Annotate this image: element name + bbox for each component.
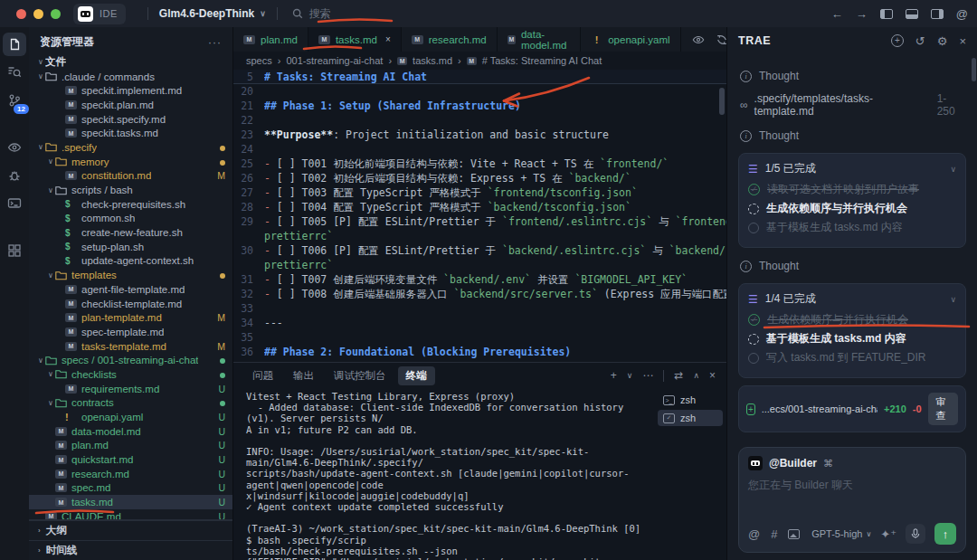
panel-tab-终端[interactable]: 终端 xyxy=(398,366,435,385)
mic-icon[interactable] xyxy=(906,524,925,544)
tree-item-update-agent-context.sh[interactable]: $update-agent-context.sh xyxy=(29,254,232,269)
tree-item-specs-001-streaming-ai-chat[interactable]: ∨specs / 001-streaming-ai-chat xyxy=(29,353,232,367)
enhance-prompt-icon[interactable]: ✦⁺ xyxy=(880,527,896,541)
tree-item-claude.md[interactable]: MCLAUDE.mdU xyxy=(29,509,232,519)
breadcrumb-item[interactable]: tasks.md xyxy=(413,55,452,66)
tree-item-check-prerequisites.sh[interactable]: $check-prerequisites.sh xyxy=(29,197,232,212)
tab-tasks-md[interactable]: Mtasks.md× xyxy=(308,27,402,52)
new-chat-icon[interactable]: + xyxy=(891,34,904,47)
tree-item-memory[interactable]: ∨memory xyxy=(29,155,232,169)
toggle-left-sidebar-icon[interactable] xyxy=(880,9,893,19)
model-selector[interactable]: GPT-5-high ∨ xyxy=(811,528,871,539)
close-panel-icon[interactable]: × xyxy=(709,369,716,382)
close-trae-icon[interactable]: × xyxy=(959,34,966,48)
tree-item-checklists[interactable]: ∨checklists xyxy=(29,367,232,382)
tree-item-requirements.md[interactable]: Mrequirements.mdU xyxy=(29,382,232,396)
panel-tab-输出[interactable]: 输出 xyxy=(285,366,322,385)
settings-gear-icon[interactable]: ⚙ xyxy=(937,34,948,48)
activity-console-icon[interactable] xyxy=(3,192,26,215)
activity-explorer-icon[interactable] xyxy=(3,33,26,56)
window-controls[interactable] xyxy=(16,9,61,19)
tree-item-.specify[interactable]: ∨.specify xyxy=(29,140,232,155)
tree-item-plan.md[interactable]: Mplan.mdU xyxy=(29,439,232,453)
tab-plan-md[interactable]: Mplan.md xyxy=(233,27,308,52)
review-button[interactable]: 审查 xyxy=(928,393,958,425)
activity-source-control-icon[interactable]: 12 xyxy=(3,89,26,112)
todo-card-header[interactable]: ☰1/5 已完成∨ xyxy=(748,161,956,176)
tab-openapi-yaml[interactable]: !openapi.yaml xyxy=(581,27,680,52)
toggle-bottom-panel-icon[interactable] xyxy=(906,9,918,19)
editor-scrollbar[interactable] xyxy=(719,88,725,115)
new-terminal-icon[interactable]: + xyxy=(611,369,617,382)
tree-item-templates[interactable]: ∨templates xyxy=(29,268,232,282)
nav-forward-button[interactable]: → xyxy=(856,7,868,21)
collapse-chevron-icon[interactable]: ∨ xyxy=(950,295,956,304)
maximize-window-button[interactable] xyxy=(51,9,61,19)
tree-item-speckit.tasks.md[interactable]: Mspeckit.tasks.md xyxy=(29,126,232,140)
thought-row[interactable]: iThought xyxy=(740,70,964,82)
thought-row[interactable]: iThought xyxy=(740,442,964,443)
breadcrumb-item[interactable]: 001-streaming-ai-chat xyxy=(286,55,383,66)
thought-row[interactable]: iThought xyxy=(740,260,964,272)
activity-debug-icon[interactable] xyxy=(3,164,26,187)
panel-more-icon[interactable]: ⋯ xyxy=(642,369,653,382)
tree-item-constitution.md[interactable]: Mconstitution.mdM xyxy=(29,169,232,184)
tab-data-model-md[interactable]: Mdata-model.md xyxy=(498,27,582,52)
tree-item-common.sh[interactable]: $common.sh xyxy=(29,212,232,226)
tree-item-quickstart.md[interactable]: Mquickstart.mdU xyxy=(29,452,232,467)
terminal-session-1[interactable]: >_zsh xyxy=(658,392,723,408)
toggle-right-sidebar-icon[interactable] xyxy=(931,9,944,19)
tab-research-md[interactable]: Mresearch.md xyxy=(402,27,498,52)
tree-item-tasks-template.md[interactable]: Mtasks-template.mdM xyxy=(29,339,232,354)
nav-back-button[interactable]: ← xyxy=(831,7,843,21)
project-switcher[interactable]: Glm4.6-DeepThink ∨ xyxy=(159,7,266,20)
close-tab-icon[interactable]: × xyxy=(385,34,391,44)
tree-item-.claude-commands[interactable]: ∨.claude / commands xyxy=(29,70,232,84)
outline-section[interactable]: › 大纲 xyxy=(29,520,232,540)
global-search[interactable]: 搜索 xyxy=(292,6,331,22)
trae-scrollbar[interactable] xyxy=(972,58,976,81)
tree-item-speckit.specify.md[interactable]: Mspeckit.specify.md xyxy=(29,112,232,127)
code-editor[interactable]: 5# Tasks: Streaming AI Chat2021## Phase … xyxy=(233,70,726,362)
tree-item-data-model.md[interactable]: Mdata-model.mdU xyxy=(29,424,232,439)
preview-eye-icon[interactable] xyxy=(692,33,705,46)
breadcrumb-item[interactable]: specs xyxy=(246,55,272,66)
tree-item-speckit.implement.md[interactable]: Mspeckit.implement.md xyxy=(29,83,232,98)
panel-tab-调试控制台[interactable]: 调试控制台 xyxy=(326,366,394,385)
tree-item-plan-template.md[interactable]: Mplan-template.mdM xyxy=(29,310,232,325)
file-change-row[interactable]: +...ecs/001-streaming-ai-chat/tasks.md+2… xyxy=(738,385,966,432)
todo-card-header[interactable]: ☰1/4 已完成∨ xyxy=(748,291,956,307)
tree-item-speckit.plan.md[interactable]: Mspeckit.plan.md xyxy=(29,98,232,112)
chat-input-box[interactable]: @Builder ⌘ 您正在与 Builder 聊天 @ # GPT-5-hig… xyxy=(738,447,966,553)
mention-icon[interactable]: @ xyxy=(748,527,760,541)
app-badge[interactable]: IDE xyxy=(73,4,126,24)
tree-item-contracts[interactable]: ∨contracts xyxy=(29,396,232,411)
minimize-window-button[interactable] xyxy=(33,9,43,19)
collapse-chevron-icon[interactable]: ∨ xyxy=(950,165,956,174)
thought-row[interactable]: iThought xyxy=(740,129,964,142)
activity-extensions-icon[interactable] xyxy=(3,239,26,262)
tree-item-setup-plan.sh[interactable]: $setup-plan.sh xyxy=(29,240,232,254)
breadcrumb-item[interactable]: # Tasks: Streaming AI Chat xyxy=(482,55,602,66)
tree-item-checklist-template.md[interactable]: Mchecklist-template.md xyxy=(29,297,232,311)
tree-section-files[interactable]: ∨文件 xyxy=(29,55,232,70)
maximize-panel-icon[interactable]: ∧ xyxy=(693,371,699,380)
terminal-dropdown-icon[interactable]: ∨ xyxy=(627,371,633,380)
account-icon[interactable]: @ xyxy=(956,7,968,21)
close-window-button[interactable] xyxy=(16,9,26,19)
terminal-session-2[interactable]: ✓zsh xyxy=(658,410,723,426)
context-hash-icon[interactable]: # xyxy=(771,527,777,541)
tree-item-tasks.md[interactable]: Mtasks.mdU xyxy=(29,495,232,509)
panel-tab-问题[interactable]: 问题 xyxy=(244,366,281,385)
tree-item-research.md[interactable]: Mresearch.mdU xyxy=(29,467,232,481)
timeline-section[interactable]: › 时间线 xyxy=(29,540,232,560)
agent-name[interactable]: @Builder xyxy=(769,457,817,470)
trae-conversation[interactable]: specs/001-streaming-ai-chat/contracts/op… xyxy=(727,54,977,443)
terminal-output[interactable]: Vitest + React Testing Library, Express … xyxy=(233,388,658,560)
send-button[interactable]: ↑ xyxy=(934,523,956,545)
tree-item-scripts-bash[interactable]: ∨scripts / bash xyxy=(29,183,232,197)
file-reference-link[interactable]: ∞.specify/templates/tasks-template.md1-2… xyxy=(740,92,964,118)
tree-item-agent-file-template.md[interactable]: Magent-file-template.md xyxy=(29,282,232,297)
breadcrumb[interactable]: specs›001-streaming-ai-chat›Mtasks.md›M#… xyxy=(233,52,726,70)
history-icon[interactable]: ↺ xyxy=(915,34,925,48)
